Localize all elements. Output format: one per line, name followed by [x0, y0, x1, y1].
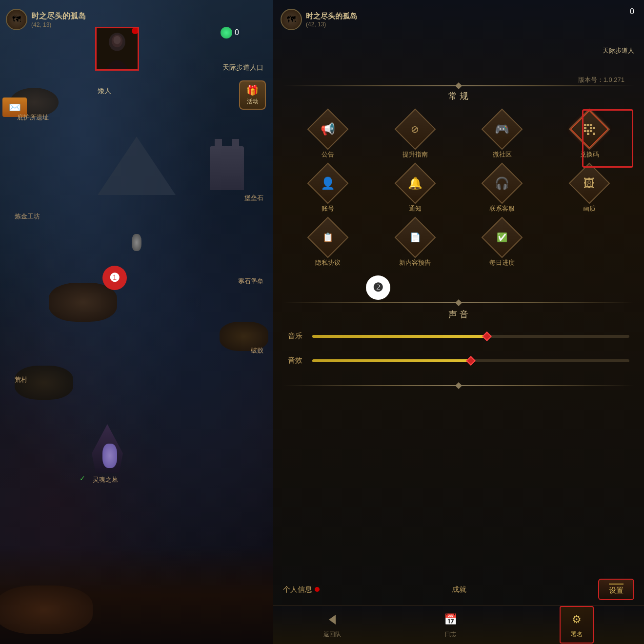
general-section-title: 常 规: [273, 90, 644, 102]
sound-section-title: 声 音: [273, 309, 644, 320]
tab-settings[interactable]: ⚙ 署名: [560, 606, 594, 644]
avatar-container[interactable]: [95, 27, 139, 71]
setting-preview[interactable]: 📄 新内容预告: [375, 220, 455, 267]
support-label: 联系客服: [489, 204, 515, 213]
setting-quality[interactable]: 🖼 画质: [549, 166, 629, 213]
music-slider-fill: [312, 335, 487, 338]
redeem-label: 兑换码: [580, 150, 599, 159]
setting-daily[interactable]: ✅ 每日进度: [463, 220, 543, 267]
music-slider-track[interactable]: [312, 335, 629, 338]
announcement-icon-diamond: 📢: [311, 112, 345, 146]
right-currency-value: 0: [630, 7, 634, 16]
privacy-label: 隐私协议: [315, 258, 341, 267]
terrain-bottom-rocks: [0, 585, 93, 634]
sfx-slider-thumb[interactable]: [466, 356, 476, 366]
announcement-icon: 📢: [321, 122, 335, 136]
label-ruins: 庇护所遗址: [17, 113, 49, 122]
sfx-slider-track[interactable]: [312, 359, 629, 362]
setting-announcement[interactable]: 📢 公告: [288, 112, 368, 159]
return-icon: [323, 611, 341, 628]
redeem-icon-diamond: [572, 112, 606, 146]
location-info: 时之尽头的孤岛 (42, 13): [31, 11, 86, 28]
setting-notification[interactable]: 🔔 通知: [375, 166, 455, 213]
step-1-circle: ❶: [102, 266, 127, 290]
bottom-tabs: 返回队 📅 日志 ⚙ 署名: [273, 605, 644, 644]
daily-tab-label: 日志: [444, 630, 456, 639]
achievement-button[interactable]: 成就: [452, 585, 466, 594]
community-icon-diamond: 🎮: [485, 112, 519, 146]
label-fortress-stone: 堡垒石: [244, 194, 263, 202]
character-shrine: [102, 444, 117, 468]
left-panel: 🗺 时之尽头的孤岛 (42, 13) 0 天际步道人口 矮人 🎁 活动: [0, 0, 273, 644]
settings-grid: 📢 公告 ⊘ 提升指南 🎮 微社区: [288, 112, 629, 267]
label-soul-tomb: 灵魂之墓: [93, 475, 118, 484]
notification-icon: 🔔: [408, 176, 423, 190]
divider-line-1: [283, 85, 634, 86]
right-location-info: 时之尽头的孤岛 (42, 13): [306, 12, 357, 28]
setting-community[interactable]: 🎮 微社区: [463, 112, 543, 159]
right-currency: 0: [630, 7, 634, 16]
settings-button[interactable]: 设置: [598, 579, 634, 600]
right-nav-label: 天际步道人: [603, 46, 634, 55]
music-label: 音乐: [288, 332, 305, 341]
settings-tab-label: 署名: [571, 630, 583, 639]
notification-icon-diamond: 🔔: [398, 166, 432, 200]
account-label: 账号: [322, 204, 334, 213]
version-text: 版本号：1.0.271: [578, 76, 624, 84]
account-icon: 👤: [321, 176, 335, 190]
activity-label: 活动: [247, 98, 259, 106]
achievement-label: 成就: [452, 585, 466, 594]
setting-account[interactable]: 👤 账号: [288, 166, 368, 213]
nav-label: 天际步道人口: [222, 63, 263, 72]
currency-value: 0: [235, 28, 239, 37]
bottom-action-row: 个人信息 成就 设置: [283, 579, 634, 600]
music-slider-row: 音乐: [288, 332, 629, 341]
qr-icon: [584, 124, 595, 135]
preview-label: 新内容预告: [399, 258, 431, 267]
community-icon: 🎮: [495, 122, 509, 136]
announcement-label: 公告: [322, 150, 334, 159]
guide-icon-diamond: ⊘: [398, 112, 432, 146]
label-wasteland: 荒村: [15, 375, 27, 384]
quality-icon: 🖼: [584, 176, 595, 190]
preview-icon-diamond: 📄: [398, 220, 432, 254]
right-panel: 🗺 时之尽头的孤岛 (42, 13) 0 天际步道人 版本号：1.0.271 常…: [273, 0, 644, 644]
checkmark-icon: ✓: [80, 474, 85, 482]
right-location-name: 时之尽头的孤岛: [306, 12, 357, 21]
tab-return[interactable]: 返回队: [323, 611, 341, 639]
right-map-icon[interactable]: 🗺: [281, 9, 302, 30]
label-cold-fortress: 寒石堡垒: [238, 277, 263, 286]
setting-privacy[interactable]: 📋 隐私协议: [288, 220, 368, 267]
community-label: 微社区: [493, 150, 512, 159]
settings-icon-line: [609, 584, 624, 585]
terrain-rocks1: [49, 283, 117, 322]
quality-icon-diamond: 🖼: [572, 166, 606, 200]
return-label: 返回队: [323, 630, 341, 639]
guide-label: 提升指南: [402, 150, 428, 159]
settings-tab-icon: ⚙: [568, 611, 585, 628]
music-slider-thumb[interactable]: [482, 332, 492, 341]
dwarf-label: 矮人: [98, 87, 111, 96]
setting-guide[interactable]: ⊘ 提升指南: [375, 112, 455, 159]
guide-icon: ⊘: [411, 123, 419, 135]
sfx-label: 音效: [288, 356, 305, 365]
right-header: 🗺 时之尽头的孤岛 (42, 13): [273, 5, 644, 34]
privacy-icon: 📋: [322, 232, 333, 243]
setting-support[interactable]: 🎧 联系客服: [463, 166, 543, 213]
notification-label: 通知: [409, 204, 422, 213]
tab-daily[interactable]: 📅 日志: [442, 611, 459, 639]
step-2-circle: ❷: [366, 275, 390, 300]
sfx-slider-fill: [312, 359, 471, 362]
map-icon[interactable]: 🗺: [6, 9, 27, 30]
map-character: [132, 234, 141, 251]
activity-button[interactable]: 🎁 活动: [239, 80, 266, 110]
location-coords: (42, 13): [31, 21, 86, 28]
privacy-icon-diamond: 📋: [311, 220, 345, 254]
terrain-mountain: [98, 137, 176, 195]
personal-info-button[interactable]: 个人信息: [283, 585, 320, 594]
divider-line-2: [283, 302, 634, 303]
terrain-castle: [210, 146, 244, 190]
setting-redeem[interactable]: 兑换码: [549, 112, 629, 159]
account-icon-diamond: 👤: [311, 166, 345, 200]
currency-display: 0: [221, 27, 239, 39]
